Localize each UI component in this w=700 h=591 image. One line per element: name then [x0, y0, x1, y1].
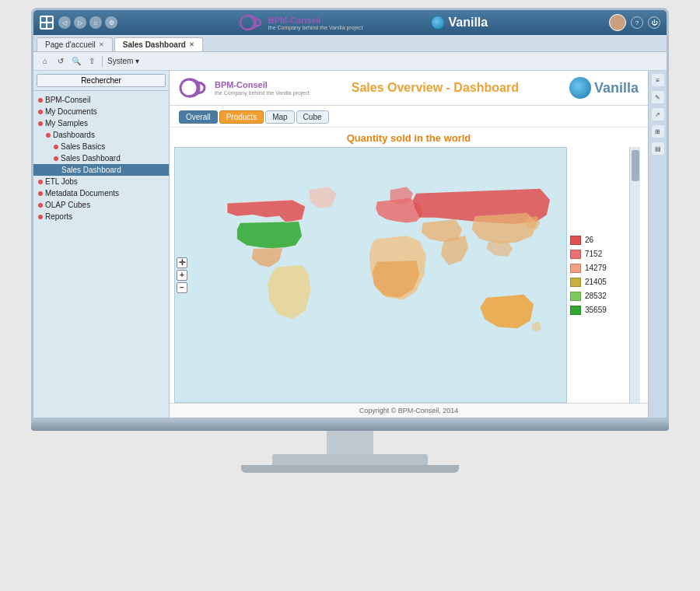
- legend-item-6: 35659: [570, 306, 626, 315]
- sidebar: Rechercher BPM-Conseil My Documents My S…: [33, 71, 170, 418]
- home-icon[interactable]: ⌂: [89, 16, 102, 29]
- sidebar-item-metadata[interactable]: Metadata Documents: [33, 187, 169, 199]
- legend-color-5: [570, 292, 581, 301]
- vanilla-label-report: Vanilla: [594, 80, 639, 96]
- right-panel: BPM-Conseil the Company behind the Vanil…: [170, 71, 648, 418]
- right-icon-3[interactable]: ↗: [652, 108, 664, 121]
- user-avatar[interactable]: [609, 14, 626, 31]
- title-bar-icons: ◁ ▷ ⌂ ⚙: [58, 16, 117, 29]
- scroll-bar[interactable]: [629, 147, 640, 403]
- refresh-toolbar-icon[interactable]: ↺: [55, 56, 66, 67]
- title-bar: ◁ ▷ ⌂ ⚙ BPM-Conseil the Company behind t…: [33, 10, 667, 35]
- vanilla-logo-report: Vanilla: [561, 77, 639, 99]
- nav-dot-mydocs: [38, 110, 43, 114]
- nav-dot-mysamples: [38, 121, 43, 126]
- nav-dot-olap: [38, 203, 43, 208]
- report-header: BPM-Conseil the Company behind the Vanil…: [170, 71, 648, 106]
- sidebar-item-mydocs[interactable]: My Documents: [33, 106, 169, 117]
- help-button[interactable]: ?: [631, 16, 643, 29]
- legend-item-1: 26: [570, 236, 626, 245]
- sidebar-item-salesdashboard[interactable]: Sales Dashboard: [33, 152, 169, 164]
- legend-color-1: [570, 236, 581, 245]
- vanilla-label-title: Vanilla: [448, 16, 488, 30]
- nav-dot-dashboards: [46, 133, 51, 138]
- main-content: Rechercher BPM-Conseil My Documents My S…: [33, 71, 667, 418]
- report-footer: Copyright © BPM-Conseil, 2014: [170, 403, 648, 418]
- zoom-in-button[interactable]: +: [177, 270, 187, 281]
- monitor-bottom-edge: [31, 420, 669, 431]
- sidebar-search: Rechercher: [33, 71, 169, 91]
- filter-tab-cube[interactable]: Cube: [296, 110, 329, 124]
- map-section: Quantity sold in the world ✛ + −: [170, 128, 648, 403]
- legend-color-3: [570, 264, 581, 273]
- sidebar-item-dashboards[interactable]: Dashboards: [33, 129, 169, 141]
- right-icon-4[interactable]: ⊞: [652, 125, 664, 138]
- bpm-logo-report: BPM-Conseil the Company behind the Vanil…: [179, 77, 310, 99]
- nav-dot-reports: [38, 215, 43, 219]
- right-icon-5[interactable]: ▤: [652, 142, 664, 155]
- globe-icon-title: [431, 16, 445, 30]
- tab-sales-close[interactable]: ✕: [189, 41, 194, 48]
- sidebar-item-reports[interactable]: Reports: [33, 211, 169, 222]
- tab-sales-dashboard[interactable]: Sales Dashboard ✕: [114, 37, 203, 51]
- legend-color-4: [570, 278, 581, 287]
- sidebar-item-etl[interactable]: ETL Jobs: [33, 176, 169, 187]
- toolbar-separator: [102, 56, 103, 67]
- nav-dot-metadata: [38, 191, 43, 196]
- nav-dot-salesdashboard: [54, 156, 58, 161]
- filter-tab-products[interactable]: Products: [219, 110, 264, 124]
- legend-item-3: 14279: [570, 264, 626, 273]
- sidebar-item-mysamples[interactable]: My Samples: [33, 117, 169, 129]
- sidebar-item-olap[interactable]: OLAP Cubes: [33, 199, 169, 211]
- filter-tab-overall[interactable]: Overall: [179, 110, 218, 124]
- toolbar: ⌂ ↺ 🔍 ⇧ System ▾: [33, 52, 667, 71]
- zoom-move-button[interactable]: ✛: [177, 257, 187, 268]
- map-area[interactable]: ✛ + −: [174, 147, 567, 403]
- map-title: Quantity sold in the world: [170, 128, 648, 147]
- title-bar-right: ? ⏻: [609, 14, 660, 31]
- right-icon-2[interactable]: ✎: [652, 91, 664, 103]
- filter-tab-map[interactable]: Map: [265, 110, 294, 124]
- monitor-base-bottom: [241, 465, 459, 473]
- company-name-title: BPM-Conseil the Company behind the Vanil…: [268, 16, 363, 30]
- legend-color-2: [570, 250, 581, 259]
- tab-home-close[interactable]: ✕: [99, 41, 104, 48]
- nav-dot-bpm: [38, 98, 43, 103]
- tab-home[interactable]: Page d'accueil ✕: [37, 37, 113, 51]
- globe-icon-report: [569, 77, 591, 99]
- report-title: Sales Overview - Dashboard: [310, 81, 561, 95]
- power-button[interactable]: ⏻: [648, 16, 660, 29]
- legend-item-5: 28532: [570, 292, 626, 301]
- system-button[interactable]: System ▾: [107, 57, 139, 65]
- bpm-conseil-logo-icon: [239, 14, 265, 31]
- filter-tabs: Overall Products Map Cube: [170, 106, 648, 128]
- monitor-base-top: [272, 454, 428, 465]
- settings-icon[interactable]: ⚙: [105, 16, 117, 29]
- map-container: ✛ + −: [170, 147, 648, 403]
- sidebar-item-bpm[interactable]: BPM-Conseil: [33, 94, 169, 106]
- world-map-svg: [175, 148, 566, 402]
- share-toolbar-icon[interactable]: ⇧: [86, 56, 97, 67]
- svg-point-1: [180, 79, 198, 96]
- map-zoom-controls: ✛ + −: [177, 257, 187, 293]
- search-toolbar-icon[interactable]: 🔍: [71, 56, 82, 67]
- legend-item-2: 7152: [570, 250, 626, 259]
- nav-forward-icon[interactable]: ▷: [74, 16, 86, 29]
- bpm-logo-title: BPM-Conseil the Company behind the Vanil…: [122, 14, 604, 31]
- home-toolbar-icon[interactable]: ⌂: [40, 56, 51, 67]
- zoom-out-button[interactable]: −: [177, 282, 187, 293]
- nav-back-icon[interactable]: ◁: [58, 16, 71, 29]
- sidebar-nav: BPM-Conseil My Documents My Samples Dash…: [33, 91, 169, 226]
- nav-dot-etl: [38, 180, 43, 184]
- nav-dot-salesbasics: [54, 145, 58, 149]
- right-sidebar: ≡ ✎ ↗ ⊞ ▤: [648, 71, 667, 418]
- scroll-thumb[interactable]: [632, 150, 639, 181]
- company-tagline: the Company behind the Vanilla project: [215, 90, 310, 96]
- sidebar-item-active[interactable]: Sales Dashboard: [33, 164, 169, 176]
- windows-icon[interactable]: [40, 16, 54, 30]
- tab-bar: Page d'accueil ✕ Sales Dashboard ✕: [33, 35, 667, 52]
- right-icon-1[interactable]: ≡: [652, 74, 664, 86]
- sidebar-item-salesbasics[interactable]: Sales Basics: [33, 141, 169, 152]
- search-button[interactable]: Rechercher: [37, 74, 166, 87]
- monitor-neck: [327, 431, 373, 454]
